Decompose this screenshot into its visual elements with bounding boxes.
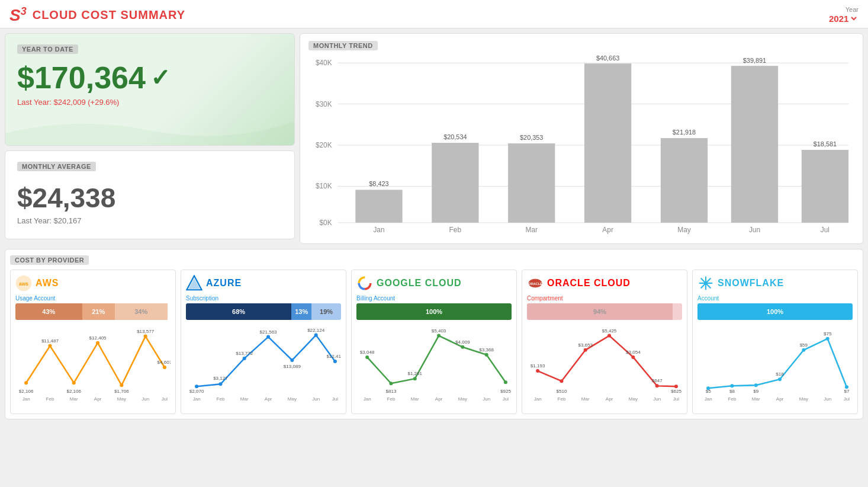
svg-text:$30K: $30K: [316, 100, 332, 108]
svg-point-86: [485, 353, 488, 357]
svg-text:$21,563: $21,563: [260, 329, 278, 335]
svg-text:Jun: Jun: [824, 396, 831, 402]
svg-text:Jul: Jul: [162, 396, 168, 402]
svg-text:Mar: Mar: [752, 396, 760, 402]
aws-logo: aws: [15, 275, 32, 291]
svg-point-110: [674, 385, 678, 388]
svg-text:Feb: Feb: [449, 226, 462, 234]
svg-point-37: [120, 383, 123, 387]
azure-name: AZURE: [206, 278, 242, 289]
year-selector[interactable]: Year 2021 2020 2019: [827, 6, 859, 24]
svg-text:Jan: Jan: [534, 396, 542, 402]
svg-text:$2,106: $2,106: [19, 389, 34, 394]
svg-text:Mar: Mar: [70, 396, 78, 402]
svg-text:$3,127: $3,127: [213, 376, 228, 381]
svg-text:Apr: Apr: [776, 396, 784, 402]
aws-stacked-bar: 43% 21% 34%: [15, 303, 171, 320]
gcp-logo: [356, 275, 373, 291]
svg-text:$20K: $20K: [316, 141, 332, 149]
oracle-header: ORACLE ORACLE CLOUD: [527, 275, 682, 291]
oracle-bar-label: Compartment: [527, 295, 682, 302]
svg-text:Jun: Jun: [312, 396, 320, 402]
svg-text:Jul: Jul: [503, 396, 509, 402]
svg-text:Jun: Jun: [142, 396, 149, 402]
svg-text:$40K: $40K: [316, 59, 332, 67]
bottom-row: COST BY PROVIDER aws AWS Usage Account 4…: [5, 249, 863, 419]
svg-text:Jan: Jan: [373, 226, 384, 234]
provider-card-snowflake: SNOWFLAKE Account 100% $5: [692, 270, 858, 414]
ytd-card: YEAR TO DATE $170,364 ✓ Last Year: $242,…: [5, 33, 295, 146]
svg-text:Feb: Feb: [217, 396, 225, 402]
svg-text:$22,124: $22,124: [307, 328, 325, 333]
oracle-seg-1: 94%: [527, 303, 673, 320]
azure-logo: [186, 275, 202, 291]
aws-chart: $2,106 $11,487 $2,106 $12,405 $1,706 $13…: [15, 323, 171, 406]
ytd-monthly-col: YEAR TO DATE $170,364 ✓ Last Year: $242,…: [5, 33, 295, 244]
svg-text:Apr: Apr: [606, 396, 613, 402]
aws-seg-3: 34%: [115, 303, 168, 320]
svg-point-57: [218, 382, 222, 386]
svg-text:$510: $510: [556, 389, 567, 394]
monthly-avg-card: MONTHLY AVERAGE $24,338 Last Year: $20,1…: [5, 150, 295, 239]
svg-text:Apr: Apr: [435, 396, 443, 402]
svg-text:Jan: Jan: [193, 396, 201, 402]
svg-text:Jul: Jul: [332, 396, 338, 402]
svg-text:Feb: Feb: [387, 396, 396, 402]
aws-seg-2: 21%: [82, 303, 115, 320]
svg-text:$9: $9: [753, 389, 758, 394]
trend-card: MONTHLY TREND $40K $30K $20K $10K $0K $8…: [300, 33, 863, 244]
svg-rect-18: [661, 138, 708, 223]
gcp-name: GOOGLE CLOUD: [377, 278, 462, 289]
svg-text:Jun: Jun: [749, 226, 760, 234]
snowflake-stacked-bar: 100%: [697, 303, 853, 320]
svg-rect-16: [584, 63, 631, 223]
ytd-label: YEAR TO DATE: [17, 44, 78, 54]
svg-text:$20,353: $20,353: [520, 134, 543, 141]
aws-seg-1: 43%: [15, 303, 82, 320]
svg-point-105: [560, 379, 563, 383]
svg-text:$11,487: $11,487: [41, 338, 59, 344]
svg-text:$0K: $0K: [320, 219, 332, 227]
svg-text:Mar: Mar: [526, 226, 538, 234]
azure-bar-label: Subscription: [186, 295, 341, 302]
svg-text:$75: $75: [824, 331, 832, 337]
svg-point-129: [704, 281, 708, 285]
svg-point-85: [461, 345, 464, 349]
svg-text:Jun: Jun: [483, 396, 490, 402]
svg-text:$4,607: $4,607: [157, 360, 171, 365]
svg-point-108: [631, 355, 635, 359]
svg-text:aws: aws: [19, 281, 28, 287]
svg-text:Apr: Apr: [602, 226, 613, 234]
svg-point-59: [266, 335, 270, 339]
azure-seg-3: 19%: [311, 303, 341, 320]
svg-point-36: [96, 341, 99, 345]
monthly-avg-label: MONTHLY AVERAGE: [17, 162, 96, 171]
svg-point-133: [778, 377, 782, 381]
provider-card-aws: aws AWS Usage Account 43% 21% 34%: [10, 270, 176, 414]
svg-text:$3,368: $3,368: [479, 347, 494, 353]
svg-point-38: [144, 335, 147, 338]
svg-point-132: [754, 383, 758, 387]
svg-text:$3,048: $3,048: [360, 350, 375, 355]
svg-text:$4,009: $4,009: [455, 339, 470, 345]
svg-rect-20: [731, 66, 778, 223]
svg-point-83: [413, 377, 417, 380]
svg-rect-22: [802, 150, 848, 223]
snowflake-logo: [697, 275, 714, 291]
aws-name: AWS: [36, 278, 59, 289]
svg-text:Mar: Mar: [581, 396, 590, 402]
svg-text:Jan: Jan: [705, 396, 712, 402]
year-dropdown[interactable]: 2021 2020 2019: [827, 13, 859, 24]
svg-point-60: [290, 358, 294, 362]
ytd-wave: [5, 110, 294, 145]
svg-text:$1,193: $1,193: [531, 363, 545, 369]
svg-rect-14: [508, 143, 555, 223]
svg-text:Jul: Jul: [844, 396, 850, 402]
snowflake-bar-label: Account: [697, 295, 853, 302]
svg-point-82: [389, 382, 393, 385]
main-content: YEAR TO DATE $170,364 ✓ Last Year: $242,…: [0, 28, 868, 424]
svg-text:$813: $813: [385, 389, 396, 394]
svg-text:$21,918: $21,918: [673, 129, 696, 136]
svg-point-104: [536, 369, 539, 373]
svg-text:$10K: $10K: [316, 182, 332, 190]
